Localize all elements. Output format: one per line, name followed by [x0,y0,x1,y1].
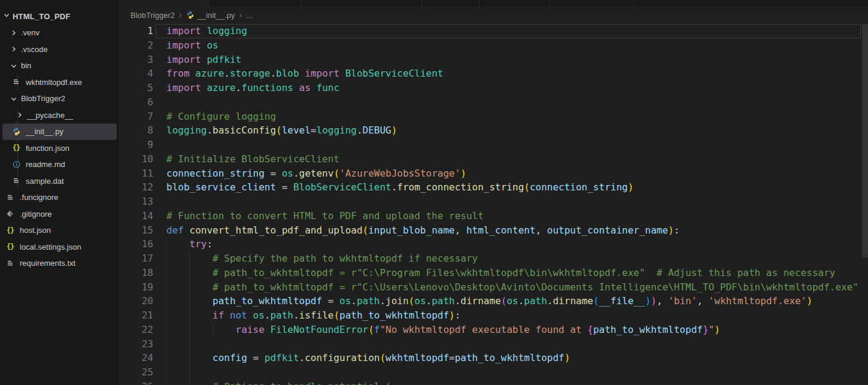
line-number[interactable]: 19 [120,280,153,295]
chevron-right-icon[interactable] [8,28,19,38]
code-line[interactable]: 8logging.basicConfig(level=logging.DEBUG… [120,123,868,138]
chevron-down-icon[interactable] [8,94,19,104]
python-icon [186,11,195,19]
code-line[interactable]: 17 # Specify the path to wkhtmltopdf if … [120,251,868,266]
code-line[interactable]: 19 # path_to_wkhtmltopdf = r"C:\Users\Le… [120,280,868,295]
code-text: connection_string = os.getenv('AzureWebJ… [166,166,466,181]
line-number[interactable]: 11 [120,166,153,181]
code-line[interactable]: 24 config = pdfkit.configuration(wkhtmlt… [120,351,868,365]
line-number[interactable]: 3 [120,53,153,67]
line-number[interactable]: 14 [120,209,153,223]
tab-bar [120,0,868,6]
line-number[interactable]: 25 [120,365,153,380]
chevron-right-icon: › [179,10,182,20]
tree-item-readme-md[interactable]: readme.md [2,156,117,173]
code-line[interactable]: 12blob_service_client = BlobServiceClien… [120,180,868,195]
tree-item--gitignore[interactable]: .gitignore [2,206,117,223]
line-number[interactable]: 4 [120,66,153,81]
code-line[interactable]: 3import pdfkit [120,53,868,67]
tree-item--init-py[interactable]: __init__.py [2,123,117,140]
tree-item--vscode[interactable]: .vscode [2,41,117,58]
code-line[interactable]: 13 [120,195,868,209]
active-tab[interactable] [120,0,208,6]
line-number[interactable]: 8 [120,123,153,138]
code-line[interactable]: 16 try: [120,237,868,251]
chevron-right-icon[interactable] [8,44,19,54]
line-number[interactable]: 1 [120,24,153,38]
tree-item-bin[interactable]: bin [2,57,117,74]
code-line[interactable]: 26 # Options to handle potential i [120,380,868,385]
code-editor[interactable]: 1import logging2import os3import pdfkit4… [120,24,868,385]
file-icon [11,176,22,186]
tree-item-blobtrigger2[interactable]: BlobTrigger2 [2,90,117,107]
code-line[interactable]: 18 # path_to_wkhtmltopdf = r"C:\Program … [120,266,868,280]
line-number[interactable]: 6 [120,95,153,110]
code-line[interactable]: 1import logging [120,24,868,38]
code-line[interactable]: 15def convert_html_to_pdf_and_upload(inp… [120,223,868,238]
code-text: # path_to_wkhtmltopdf = r"C:\Users\Lenov… [166,280,858,295]
file-icon [5,259,16,268]
python-icon [11,127,22,136]
tab-separator [422,0,423,6]
file-icon [11,77,22,87]
code-line[interactable]: 5import azure.functions as func [120,81,868,95]
line-number[interactable]: 22 [120,323,153,337]
code-text: import logging [166,24,247,38]
code-line[interactable]: 25 [120,365,868,380]
code-line[interactable]: 9 [120,138,868,152]
chevron-down-icon[interactable] [8,61,19,71]
line-number[interactable]: 9 [120,138,153,152]
tree-item-wkhtmltopdf-exe[interactable]: wkhtmltopdf.exe [2,74,117,91]
line-number[interactable]: 17 [120,251,153,266]
tree-item-label: .gitignore [20,210,51,219]
chevron-right-icon: › [239,10,242,20]
git-icon [5,210,16,218]
code-text: # Options to handle potential i [166,380,391,385]
code-line[interactable]: 11connection_string = os.getenv('AzureWe… [120,166,868,181]
line-number[interactable]: 26 [120,380,153,385]
line-number[interactable]: 24 [120,351,153,365]
vertical-scrollbar[interactable] [862,24,868,385]
code-line[interactable]: 6 [120,95,868,110]
tree-item-function-json[interactable]: {}function.json [2,140,117,157]
code-line[interactable]: 2import os [120,38,868,53]
file-tree: .venv.vscodebinwkhtmltopdf.exeBlobTrigge… [0,25,119,272]
scrollbar-thumb[interactable] [862,24,868,257]
line-number[interactable]: 16 [120,237,153,251]
breadcrumb-file[interactable]: __init__.py [198,11,235,20]
line-number[interactable]: 10 [120,152,153,166]
breadcrumb-folder[interactable]: BlobTrigger2 [130,11,175,20]
tree-item-label: .funcignore [20,193,58,202]
code-line[interactable]: 4from azure.storage.blob import BlobServ… [120,66,868,81]
line-number[interactable]: 5 [120,81,153,95]
code-text: def convert_html_to_pdf_and_upload(input… [166,223,679,238]
code-line[interactable]: 10# Initialize BlobServiceClient [120,152,868,166]
code-line[interactable]: 20 path_to_wkhtmltopdf = os.path.join(os… [120,294,868,308]
code-lines: 1import logging2import os3import pdfkit4… [120,24,868,385]
line-number[interactable]: 15 [120,223,153,238]
line-number[interactable]: 20 [120,294,153,308]
code-line[interactable]: 21 if not os.path.isfile(path_to_wkhtmlt… [120,308,868,323]
tree-root-folder[interactable]: HTML_TO_PDF [0,8,119,25]
tree-item--funcignore[interactable]: .funcignore [2,189,117,206]
tab-separator [301,0,301,6]
line-number[interactable]: 23 [120,337,153,351]
tree-item-requirements-txt[interactable]: requirements.txt [2,255,117,272]
line-number[interactable]: 7 [120,110,153,124]
code-line[interactable]: 7# Configure logging [120,110,868,124]
tree-item--venv[interactable]: .venv [2,25,117,41]
line-number[interactable]: 13 [120,195,153,209]
tree-item-sample-dat[interactable]: sample.dat [2,173,117,190]
line-number[interactable]: 12 [120,180,153,195]
code-line[interactable]: 23 [120,337,868,351]
tree-item-local-settings-json[interactable]: {}local.settings.json [2,239,117,256]
tree-item-host-json[interactable]: {}host.json [2,222,117,239]
breadcrumb-symbol-tail[interactable]: ... [246,11,253,20]
line-number[interactable]: 2 [120,38,153,53]
code-line[interactable]: 22 raise FileNotFoundError(f"No wkhtmlto… [120,323,868,337]
code-line[interactable]: 14# Function to convert HTML to PDF and … [120,209,868,223]
line-number[interactable]: 18 [120,266,153,280]
chevron-right-icon[interactable] [14,110,25,120]
tree-item--pycache-[interactable]: __pycache__ [2,107,117,124]
line-number[interactable]: 21 [120,308,153,323]
